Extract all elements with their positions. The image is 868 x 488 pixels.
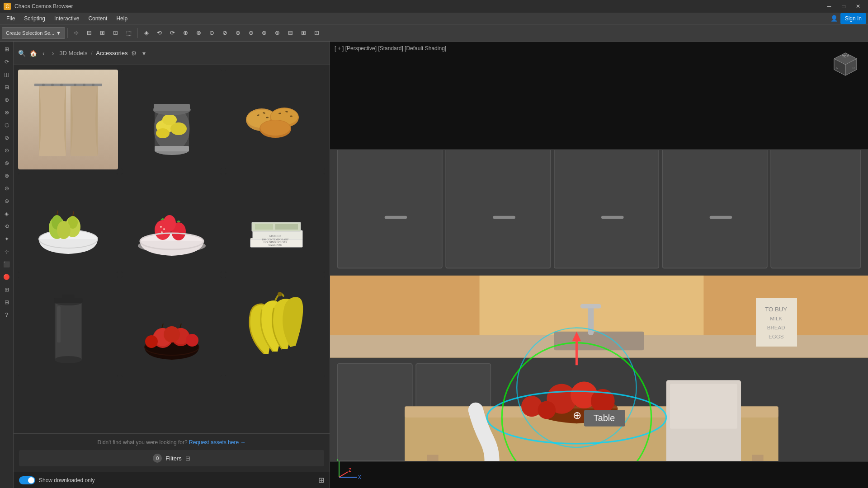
viewport-area: [ + ] [Perspective] [Standard] [Default … [330,42,868,488]
svg-rect-62 [62,295,75,299]
sidebar-btn-12[interactable]: ⊜ [1,183,13,194]
grid-item-trash-can[interactable]: ✓ [18,277,118,376]
sign-in-button[interactable]: Sign In [840,13,866,24]
menu-scripting[interactable]: Scripting [19,13,50,24]
toolbar-btn-10[interactable]: ⊗ [193,27,205,39]
grid-item-fruit-bowl[interactable]: ✓ [18,173,118,273]
svg-point-5 [60,84,63,86]
request-assets-link[interactable]: Request assets here → [189,439,245,446]
sidebar-btn-3[interactable]: ◫ [1,69,13,80]
toolbar-btn-12[interactable]: ⊘ [219,27,231,39]
sidebar-btn-2[interactable]: ⟳ [1,56,13,68]
svg-rect-88 [385,216,407,219]
toolbar-btn-19[interactable]: ⊡ [311,27,323,39]
toolbar-btn-13[interactable]: ⊛ [232,27,245,39]
toolbar-btn-6[interactable]: ◈ [140,27,153,39]
sidebar-btn-1[interactable]: ⊞ [1,43,13,55]
svg-point-41 [160,226,162,228]
svg-point-24 [260,120,290,136]
sidebar-btn-20[interactable]: ⊞ [1,284,13,296]
toolbar-btn-17[interactable]: ⊟ [284,27,297,39]
grid-item-curtain[interactable] [18,70,118,169]
svg-point-30 [290,115,292,117]
grid-item-strawberry-bowl[interactable]: ✓ [122,173,222,273]
home-icon[interactable]: 🏠 [29,50,37,57]
sidebar-btn-9[interactable]: ⊙ [1,145,13,156]
sidebar-btn-17[interactable]: ⊹ [1,246,13,258]
icon-sidebar: ⊞ ⟳ ◫ ⊟ ⊕ ⊗ ⬡ ⊘ ⊙ ⊚ ⊛ ⊜ ⊝ ◈ ⟲ ✦ ⊹ ⬛ 🔴 ⊞ … [0,42,14,488]
toolbar-btn-2[interactable]: ⊟ [83,27,96,39]
svg-text:Y: Y [336,459,339,462]
sidebar-btn-6[interactable]: ⊗ [1,107,13,118]
toolbar-btn-5[interactable]: ⬚ [123,27,135,39]
breadcrumb-separator: / [91,50,93,56]
menu-interactive[interactable]: Interactive [50,13,84,24]
sidebar-btn-13[interactable]: ⊝ [1,195,13,207]
grid-item-bananas[interactable]: ✓ [225,277,325,376]
window-controls: ─ □ ✕ [823,1,864,11]
close-button[interactable]: ✕ [852,1,864,11]
sidebar-btn-4[interactable]: ⊟ [1,81,13,93]
svg-rect-63 [57,306,61,343]
toolbar-btn-7[interactable]: ⟲ [153,27,166,39]
grid-item-books[interactable]: ✓ MORRIS 100 CONTEMPORARY H [225,173,325,273]
sidebar-btn-21[interactable]: ⊟ [1,296,13,308]
browser-grid: ✓ [14,65,330,433]
sidebar-btn-5[interactable]: ⊕ [1,94,13,106]
browser-header: 🔍 🏠 ‹ › 3D Models / Accessories ⚙ ▾ [14,42,330,65]
svg-rect-18 [155,146,189,151]
menu-file[interactable]: File [2,13,19,24]
download-toggle[interactable] [19,476,35,484]
sidebar-btn-18[interactable]: ⬛ [1,258,13,270]
toolbar-btn-11[interactable]: ⊙ [206,27,218,39]
svg-text:⊕: ⊕ [573,409,581,421]
search-icon: 🔍 [18,50,26,57]
menu-content[interactable]: Content [84,13,112,24]
sidebar-btn-14[interactable]: ◈ [1,208,13,220]
minimize-button[interactable]: ─ [823,1,835,11]
sidebar-btn-22[interactable]: ? [1,309,13,321]
chevron-down-icon: ▼ [56,30,61,36]
viewport-main[interactable]: Table ⊕ TO BUY MILK BREAD EGGS [330,150,868,461]
sidebar-btn-10[interactable]: ⊚ [1,157,13,169]
svg-point-71 [145,335,158,348]
svg-rect-99 [588,305,594,335]
toolbar-btn-4[interactable]: ⊡ [109,27,122,39]
create-selection-button[interactable]: Create Selection Se... ▼ [2,27,65,39]
toolbar-btn-8[interactable]: ⟳ [166,27,179,39]
sidebar-btn-16[interactable]: ✦ [1,233,13,245]
toolbar-btn-9[interactable]: ⊕ [179,27,192,39]
toolbar-btn-18[interactable]: ⊞ [297,27,310,39]
viewport-bottom-bar: X Y Z [330,461,868,488]
svg-point-27 [266,117,269,118]
settings-icon[interactable]: ⚙ [131,50,137,57]
back-button[interactable]: ‹ [41,49,47,58]
grid-item-apple-bowl[interactable]: ✓ [122,277,222,376]
grid-item-bread[interactable] [225,70,325,169]
sidebar-btn-15[interactable]: ⟲ [1,221,13,232]
sidebar-btn-19[interactable]: 🔴 [1,271,13,283]
maximize-button[interactable]: □ [837,1,850,11]
toolbar-btn-14[interactable]: ⊝ [245,27,258,39]
sidebar-btn-11[interactable]: ⊛ [1,170,13,182]
svg-text:R: R [853,66,855,69]
svg-point-7 [83,84,85,86]
user-icon: 👤 [830,15,838,22]
toggle-knob [28,477,34,483]
viewport-top: [ + ] [Perspective] [Standard] [Default … [330,42,868,150]
forward-button[interactable]: › [50,49,56,58]
toolbar-btn-1[interactable]: ⊹ [70,27,83,39]
grid-item-lemons[interactable] [122,70,222,169]
toolbar-btn-15[interactable]: ⊜ [258,27,271,39]
collapse-button[interactable]: ▾ [142,50,146,57]
sidebar-btn-8[interactable]: ⊘ [1,132,13,144]
breadcrumb: 3D Models / Accessories [59,50,127,56]
menu-help[interactable]: Help [112,13,132,24]
grid-view-toggle[interactable]: ⊞ [318,476,324,484]
svg-point-61 [55,356,82,363]
axes-indicator: X Y Z [335,459,362,483]
toolbar-btn-16[interactable]: ⊚ [271,27,284,39]
svg-text:MORRIS: MORRIS [269,234,281,238]
sidebar-btn-7[interactable]: ⬡ [1,119,13,131]
toolbar-btn-3[interactable]: ⊞ [96,27,109,39]
